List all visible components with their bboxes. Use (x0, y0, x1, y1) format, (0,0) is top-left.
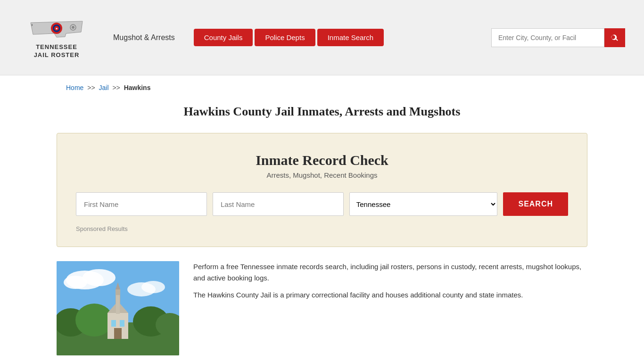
header: ★ TENNESSEE JAIL ROSTER Mugshot & Arrest… (0, 0, 644, 75)
breadcrumb-sep2: >> (112, 84, 120, 91)
header-search-input[interactable] (491, 28, 604, 47)
svg-text:★: ★ (55, 27, 58, 30)
breadcrumb-home-link[interactable]: Home (66, 84, 83, 91)
content-paragraph-2: The Hawkins County Jail is a primary cor… (193, 289, 587, 301)
svg-rect-23 (114, 328, 122, 339)
logo-line2: JAIL ROSTER (34, 51, 80, 59)
page-title: Hawkins County Jail Inmates, Arrests and… (0, 105, 644, 119)
search-icon (611, 33, 619, 42)
svg-rect-21 (111, 320, 116, 327)
nav-buttons: County Jails Police Depts Inmate Search (194, 29, 384, 46)
record-check-subtitle: Arrests, Mugshot, Recent Bookings (76, 171, 568, 179)
last-name-input[interactable] (213, 192, 344, 216)
police-depts-button[interactable]: Police Depts (255, 29, 315, 46)
sponsored-results: Sponsored Results (76, 225, 568, 232)
header-search-button[interactable] (604, 28, 625, 47)
record-search-button[interactable]: SEARCH (503, 192, 568, 216)
breadcrumb: Home >> Jail >> Hawkins (0, 75, 644, 100)
logo-text: TENNESSEE JAIL ROSTER (34, 43, 80, 59)
content-text: Perform a free Tennessee inmate records … (193, 261, 587, 355)
content-area: Perform a free Tennessee inmate records … (57, 261, 587, 362)
breadcrumb-current: Hawkins (124, 84, 151, 91)
record-check-box: Inmate Record Check Arrests, Mugshot, Re… (57, 133, 587, 247)
county-jails-button[interactable]: County Jails (194, 29, 253, 46)
logo-line1: TENNESSEE (34, 43, 80, 51)
first-name-input[interactable] (76, 192, 207, 216)
svg-rect-22 (120, 320, 124, 327)
inmate-search-button[interactable]: Inmate Search (317, 29, 384, 46)
svg-point-9 (64, 276, 87, 289)
breadcrumb-jail-link[interactable]: Jail (99, 84, 109, 91)
record-check-form: AlabamaAlaskaArizonaArkansasCaliforniaCo… (76, 192, 568, 216)
svg-point-5 (72, 26, 74, 29)
content-image (57, 261, 179, 355)
breadcrumb-sep1: >> (87, 84, 95, 91)
svg-point-11 (141, 281, 165, 293)
logo-area: ★ TENNESSEE JAIL ROSTER (19, 16, 94, 59)
svg-rect-19 (116, 289, 120, 304)
content-paragraph-1: Perform a free Tennessee inmate records … (193, 261, 587, 284)
state-select[interactable]: AlabamaAlaskaArizonaArkansasCaliforniaCo… (349, 192, 498, 216)
header-search-area (491, 28, 625, 47)
logo-map: ★ (28, 16, 85, 41)
mugshot-arrests-link[interactable]: Mugshot & Arrests (113, 33, 175, 42)
record-check-title: Inmate Record Check (76, 152, 568, 168)
svg-point-8 (83, 269, 116, 286)
